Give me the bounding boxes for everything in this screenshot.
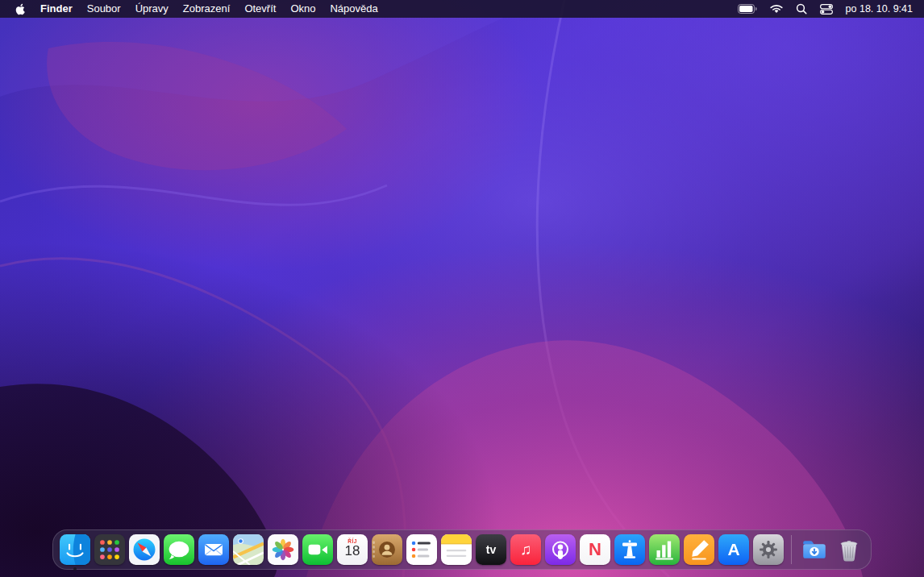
menu-okno[interactable]: Okno — [283, 0, 323, 18]
mail-icon — [198, 534, 229, 565]
system-preferences-icon — [753, 534, 784, 565]
dock-item-safari[interactable] — [129, 534, 160, 565]
dock: ŘÍJ 18 — [52, 529, 872, 570]
desktop: Finder Soubor Úpravy Zobrazení Otevřít O… — [0, 0, 924, 577]
downloads-folder-icon — [799, 534, 830, 565]
dock-item-facetime[interactable] — [302, 534, 333, 565]
trash-icon — [834, 534, 864, 565]
menu-upravy[interactable]: Úpravy — [128, 0, 176, 18]
dock-item-finder[interactable] — [60, 534, 90, 565]
menu-bar-clock[interactable]: po 18. 10. 9:41 — [841, 3, 916, 15]
menu-bar-status: po 18. 10. 9:41 — [733, 0, 916, 18]
apple-menu[interactable] — [8, 0, 33, 18]
dock-item-downloads[interactable] — [799, 534, 830, 565]
dock-item-notes[interactable] — [441, 534, 472, 565]
dock-item-tv[interactable]: tv — [476, 534, 506, 565]
dock-item-podcasts[interactable] — [545, 534, 576, 565]
dock-item-messages[interactable] — [164, 534, 194, 565]
dock-item-photos[interactable] — [268, 534, 298, 565]
finder-icon — [60, 534, 90, 565]
dock-item-maps[interactable] — [233, 534, 264, 565]
app-store-icon: A — [718, 534, 749, 565]
menu-zobrazeni[interactable]: Zobrazení — [176, 0, 238, 18]
maps-icon — [233, 534, 264, 565]
calendar-icon: ŘÍJ 18 — [337, 534, 368, 565]
wallpaper-image — [0, 0, 924, 577]
dock-item-music[interactable]: ♫ — [510, 534, 541, 565]
battery-icon[interactable] — [733, 0, 762, 18]
contacts-icon — [372, 534, 402, 565]
dock-item-calendar[interactable]: ŘÍJ 18 — [337, 534, 368, 565]
dock-item-system-preferences[interactable] — [753, 534, 784, 565]
news-letter: N — [589, 539, 601, 560]
tv-label: tv — [486, 543, 496, 556]
wifi-icon[interactable] — [765, 0, 788, 18]
photos-icon — [268, 534, 298, 565]
podcasts-icon — [545, 534, 576, 565]
apple-logo-icon — [15, 3, 25, 15]
menu-bar: Finder Soubor Úpravy Zobrazení Otevřít O… — [0, 0, 924, 18]
dock-separator — [791, 535, 792, 564]
messages-icon — [164, 534, 194, 565]
spotlight-search-icon[interactable] — [791, 0, 812, 18]
music-icon: ♫ — [510, 534, 541, 565]
safari-icon — [129, 534, 160, 565]
dock-item-trash[interactable] — [834, 534, 864, 565]
dock-item-reminders[interactable] — [406, 534, 437, 565]
dock-item-contacts[interactable] — [372, 534, 402, 565]
menu-napoveda[interactable]: Nápověda — [323, 0, 385, 18]
menu-otevrit[interactable]: Otevřít — [237, 0, 283, 18]
launchpad-icon — [94, 534, 125, 565]
notes-icon — [441, 534, 472, 565]
keynote-icon — [614, 534, 645, 565]
music-note-glyph: ♫ — [520, 541, 531, 558]
tv-icon: tv — [476, 534, 506, 565]
facetime-icon — [302, 534, 333, 565]
control-center-icon[interactable] — [815, 0, 838, 18]
menu-bar-left: Finder Soubor Úpravy Zobrazení Otevřít O… — [8, 0, 385, 18]
dock-item-launchpad[interactable] — [94, 534, 125, 565]
reminders-icon — [406, 534, 437, 565]
dock-item-app-store[interactable]: A — [718, 534, 749, 565]
dock-item-mail[interactable] — [198, 534, 229, 565]
menu-finder[interactable]: Finder — [33, 0, 80, 18]
numbers-icon — [649, 534, 680, 565]
dock-item-keynote[interactable] — [614, 534, 645, 565]
dock-item-news[interactable]: N — [580, 534, 610, 565]
menu-soubor[interactable]: Soubor — [80, 0, 128, 18]
pages-icon — [684, 534, 714, 565]
news-icon: N — [580, 534, 610, 565]
dock-item-pages[interactable] — [684, 534, 714, 565]
calendar-day-label: 18 — [345, 544, 360, 558]
app-store-letter: A — [727, 540, 739, 559]
dock-item-numbers[interactable] — [649, 534, 680, 565]
